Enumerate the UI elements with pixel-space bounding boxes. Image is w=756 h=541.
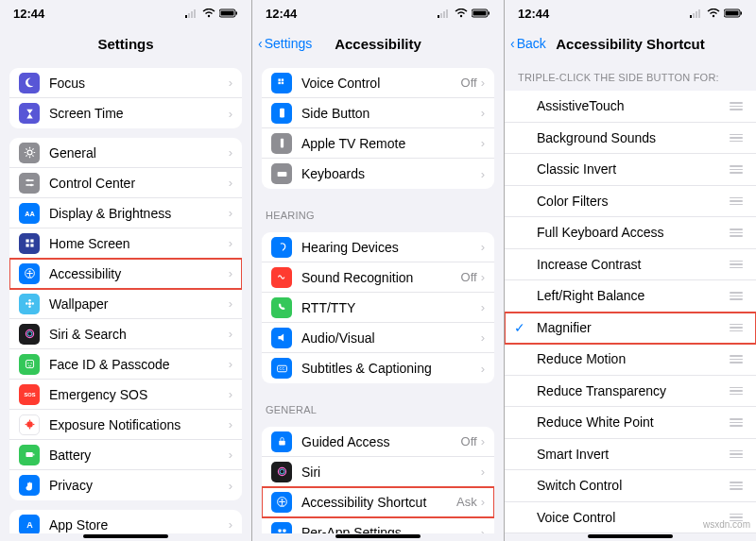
shortcut-option[interactable]: Smart Invert bbox=[505, 439, 756, 471]
home-indicator[interactable] bbox=[588, 534, 673, 538]
row-value: Off bbox=[461, 270, 477, 284]
reorder-handle-icon[interactable] bbox=[730, 261, 743, 269]
settings-row[interactable]: Wallpaper› bbox=[9, 289, 242, 319]
settings-row[interactable]: CCSubtitles & Captioning› bbox=[262, 353, 494, 383]
shortcut-option[interactable]: Background Sounds bbox=[505, 123, 756, 155]
settings-row[interactable]: Screen Time› bbox=[9, 98, 242, 128]
shortcut-option[interactable]: Increase Contrast bbox=[505, 249, 756, 281]
screentime-icon bbox=[19, 103, 40, 124]
settings-row[interactable]: Control Center› bbox=[9, 168, 242, 198]
settings-row[interactable]: Hearing Devices› bbox=[262, 232, 494, 262]
row-label: Home Screen bbox=[49, 236, 229, 251]
svg-rect-43 bbox=[443, 11, 445, 18]
row-label: Voice Control bbox=[301, 76, 461, 91]
svg-rect-44 bbox=[446, 9, 448, 18]
home-indicator[interactable] bbox=[83, 534, 168, 538]
reorder-handle-icon[interactable] bbox=[730, 482, 743, 490]
home-indicator[interactable] bbox=[335, 534, 421, 538]
svg-point-31 bbox=[26, 421, 33, 428]
settings-row[interactable]: Apple TV Remote› bbox=[262, 128, 494, 159]
shortcut-option[interactable]: Switch Control bbox=[505, 470, 756, 502]
shortcut-option[interactable]: AssistiveTouch bbox=[505, 91, 756, 123]
chevron-right-icon: › bbox=[229, 206, 232, 220]
settings-row[interactable]: RTT/TTY› bbox=[262, 293, 494, 323]
screen-shortcut: 12:44 ‹ Back Accessibility Shortcut TRIP… bbox=[505, 0, 756, 541]
shortcut-option[interactable]: Reduce Transparency bbox=[505, 376, 756, 408]
settings-row[interactable]: Guided AccessOff› bbox=[262, 427, 494, 457]
reorder-handle-icon[interactable] bbox=[730, 292, 743, 300]
reorder-handle-icon[interactable] bbox=[730, 355, 743, 363]
svg-rect-58 bbox=[279, 441, 285, 446]
settings-group: Focus›Screen Time› bbox=[9, 68, 242, 128]
chevron-right-icon: › bbox=[229, 266, 232, 280]
accessibility-list[interactable]: Voice ControlOff›Side Button›Apple TV Re… bbox=[252, 60, 504, 533]
svg-rect-66 bbox=[690, 15, 692, 18]
svg-rect-47 bbox=[473, 11, 487, 16]
settings-row[interactable]: Side Button› bbox=[262, 98, 494, 128]
settings-row[interactable]: SOSEmergency SOS› bbox=[9, 380, 242, 410]
svg-point-8 bbox=[27, 150, 32, 155]
settings-row[interactable]: Battery› bbox=[9, 440, 242, 470]
svg-rect-53 bbox=[280, 109, 284, 118]
settings-row[interactable]: Privacy› bbox=[9, 470, 242, 500]
shortcut-option[interactable]: Full Keyboard Access bbox=[505, 217, 756, 249]
reorder-handle-icon[interactable] bbox=[730, 165, 743, 174]
wifi-icon bbox=[707, 8, 720, 18]
option-label: Voice Control bbox=[537, 510, 730, 525]
remote-icon bbox=[271, 133, 292, 154]
shortcut-option[interactable]: Reduce White Point bbox=[505, 407, 756, 439]
svg-rect-69 bbox=[698, 9, 700, 18]
back-label: Back bbox=[517, 36, 546, 51]
settings-row[interactable]: Sound RecognitionOff› bbox=[262, 262, 494, 293]
reorder-handle-icon[interactable] bbox=[730, 102, 743, 110]
settings-row[interactable]: Per-App Settings› bbox=[262, 517, 494, 533]
battery-icon bbox=[19, 445, 40, 465]
row-label: Exposure Notifications bbox=[49, 417, 229, 432]
svg-point-11 bbox=[26, 179, 28, 181]
shortcut-option[interactable]: Reduce Motion bbox=[505, 344, 756, 376]
settings-row[interactable]: General› bbox=[9, 138, 242, 168]
settings-row[interactable]: Home Screen› bbox=[9, 228, 242, 259]
reorder-handle-icon[interactable] bbox=[730, 450, 743, 459]
settings-row[interactable]: AADisplay & Brightness› bbox=[9, 198, 242, 228]
row-label: Guided Access bbox=[301, 434, 461, 449]
settings-row[interactable]: Accessibility› bbox=[9, 259, 242, 289]
settings-row[interactable]: AApp Store› bbox=[9, 510, 242, 533]
reorder-handle-icon[interactable] bbox=[730, 228, 743, 237]
chevron-right-icon: › bbox=[481, 362, 485, 376]
settings-group: Voice ControlOff›Side Button›Apple TV Re… bbox=[262, 68, 494, 189]
svg-rect-1 bbox=[188, 13, 190, 18]
reorder-handle-icon[interactable] bbox=[730, 134, 743, 143]
shortcut-option[interactable]: Left/Right Balance bbox=[505, 280, 756, 313]
settings-row[interactable]: Siri› bbox=[262, 457, 494, 487]
textsize-icon: AA bbox=[19, 203, 40, 224]
shortcut-option[interactable]: Classic Invert bbox=[505, 154, 756, 186]
page-title: Accessibility Shortcut bbox=[556, 36, 705, 52]
svg-rect-73 bbox=[741, 12, 743, 15]
shortcut-option[interactable]: Color Filters bbox=[505, 186, 756, 218]
row-label: Display & Brightness bbox=[49, 206, 229, 221]
settings-row[interactable]: Exposure Notifications› bbox=[9, 410, 242, 440]
row-value: Off bbox=[461, 76, 477, 90]
reorder-handle-icon[interactable] bbox=[730, 197, 743, 206]
settings-row[interactable]: Voice ControlOff› bbox=[262, 68, 494, 98]
reorder-handle-icon[interactable] bbox=[730, 418, 743, 427]
settings-list[interactable]: Focus›Screen Time›General›Control Center… bbox=[0, 60, 251, 533]
settings-row[interactable]: Keyboards› bbox=[262, 159, 494, 189]
reorder-handle-icon[interactable] bbox=[730, 387, 743, 396]
svg-point-4 bbox=[208, 15, 210, 17]
row-label: Sound Recognition bbox=[301, 270, 461, 285]
back-button[interactable]: ‹ Settings bbox=[258, 26, 312, 60]
option-label: Reduce Transparency bbox=[537, 383, 730, 398]
shortcut-option[interactable]: ✓Magnifier bbox=[505, 313, 756, 345]
reorder-handle-icon[interactable] bbox=[730, 324, 743, 332]
shortcut-list[interactable]: TRIPLE-CLICK THE SIDE BUTTON FOR: Assist… bbox=[505, 60, 756, 533]
settings-row[interactable]: Siri & Search› bbox=[9, 319, 242, 349]
back-label: Settings bbox=[265, 36, 313, 51]
settings-row[interactable]: Accessibility ShortcutAsk› bbox=[262, 487, 494, 517]
back-button[interactable]: ‹ Back bbox=[510, 26, 546, 60]
settings-row[interactable]: Focus› bbox=[9, 68, 242, 98]
settings-row[interactable]: Audio/Visual› bbox=[262, 323, 494, 353]
option-label: Magnifier bbox=[537, 320, 730, 335]
settings-row[interactable]: Face ID & Passcode› bbox=[9, 349, 242, 380]
